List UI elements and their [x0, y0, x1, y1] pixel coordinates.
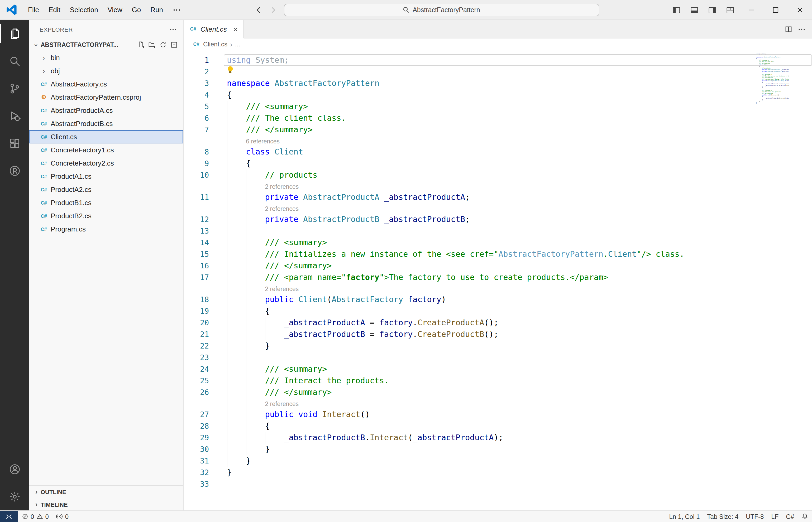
code-line-18[interactable]: 18public Client(AbstractFactory factory) — [183, 294, 812, 305]
remote-indicator[interactable] — [0, 511, 18, 522]
refresh-explorer-icon[interactable] — [159, 41, 167, 48]
toggle-secondary-sidebar-icon[interactable] — [703, 2, 721, 17]
tree-item-ProductA2.cs[interactable]: C#ProductA2.cs — [29, 183, 183, 196]
toggle-primary-sidebar-icon[interactable] — [668, 2, 685, 17]
activity-settings-icon[interactable] — [0, 483, 29, 510]
code-line-16[interactable]: 16/// </summary> — [183, 260, 812, 272]
codelens-row[interactable]: 2 references — [183, 181, 812, 192]
menu-file[interactable]: File — [23, 4, 44, 16]
eol[interactable]: LF — [768, 511, 782, 522]
code-line-22[interactable]: 22} — [183, 340, 812, 352]
tree-item-AbstractFactory.cs[interactable]: C#AbstractFactory.cs — [29, 78, 183, 91]
code-line-9[interactable]: 9{ — [183, 158, 812, 169]
menu-selection[interactable]: Selection — [65, 4, 103, 16]
menu-more-icon[interactable] — [168, 3, 186, 16]
tree-item-AbstractProductA.cs[interactable]: C#AbstractProductA.cs — [29, 104, 183, 117]
customize-layout-icon[interactable] — [721, 2, 739, 17]
code-line-19[interactable]: 19{ — [183, 305, 812, 317]
code-line-7[interactable]: 7/// </summary> — [183, 124, 812, 136]
code-line-3[interactable]: 3namespace AbstractFactoryPattern — [183, 78, 812, 89]
activity-r-profile-icon[interactable] — [0, 157, 29, 184]
code-line-2[interactable]: 2 — [183, 66, 812, 78]
toggle-panel-icon[interactable] — [685, 2, 703, 17]
codelens-row[interactable]: 6 references — [183, 136, 812, 146]
code-line-17[interactable]: 17/// <param name="factory">The factory … — [183, 272, 812, 283]
tree-item-ProductA1.cs[interactable]: C#ProductA1.cs — [29, 170, 183, 183]
code-line-24[interactable]: 24/// <summary> — [183, 363, 812, 375]
codelens-references[interactable]: 6 references — [246, 138, 279, 144]
code-line-33[interactable]: 33 — [183, 478, 812, 490]
language-mode[interactable]: C# — [782, 511, 798, 522]
split-editor-icon[interactable] — [785, 25, 792, 33]
code-line-25[interactable]: 25/// Interact the products. — [183, 375, 812, 386]
code-line-1[interactable]: 1using System; — [183, 54, 812, 66]
menu-go[interactable]: Go — [127, 4, 146, 16]
code-line-5[interactable]: 5/// <summary> — [183, 101, 812, 112]
problems-status[interactable]: 0 0 — [18, 511, 53, 522]
activity-source-control-icon[interactable] — [0, 75, 29, 102]
workspace-folder-header[interactable]: › ABSTRACTFACTORYPAT... — [29, 39, 183, 51]
code-line-13[interactable]: 13 — [183, 225, 812, 237]
minimize-button[interactable] — [739, 0, 763, 20]
tree-item-ConcreteFactory1.cs[interactable]: C#ConcreteFactory1.cs — [29, 143, 183, 157]
command-center[interactable]: AbstractFactoryPattern — [284, 3, 599, 16]
breadcrumb-file[interactable]: Client.cs — [203, 41, 227, 48]
codelens-row[interactable]: 2 references — [183, 203, 812, 214]
code-line-29[interactable]: 29_abstractProductB.Interact(_abstractPr… — [183, 432, 812, 443]
tree-item-AbstractProductB.cs[interactable]: C#AbstractProductB.cs — [29, 117, 183, 130]
code-line-27[interactable]: 27public void Interact() — [183, 409, 812, 420]
menu-run[interactable]: Run — [146, 4, 168, 16]
code-line-23[interactable]: 23 — [183, 352, 812, 363]
ports-status[interactable]: 0 — [53, 511, 72, 522]
code-line-11[interactable]: 11private AbstractProductA _abstractProd… — [183, 192, 812, 203]
tree-item-Program.cs[interactable]: C#Program.cs — [29, 222, 183, 236]
menu-view[interactable]: View — [103, 4, 127, 16]
code-line-12[interactable]: 12private AbstractProductB _abstractProd… — [183, 214, 812, 225]
tab-size[interactable]: Tab Size: 4 — [703, 511, 742, 522]
code-line-20[interactable]: 20_abstractProductA = factory.CreateProd… — [183, 317, 812, 328]
tree-item-AbstractFactoryPattern.csproj[interactable]: ⚙AbstractFactoryPattern.csproj — [29, 91, 183, 104]
lightbulb-icon[interactable] — [227, 65, 234, 77]
close-button[interactable] — [788, 0, 812, 20]
tree-item-ProductB2.cs[interactable]: C#ProductB2.cs — [29, 209, 183, 222]
codelens-row[interactable]: 2 references — [183, 283, 812, 294]
tree-item-ConcreteFactory2.cs[interactable]: C#ConcreteFactory2.cs — [29, 157, 183, 170]
explorer-more-icon[interactable] — [169, 25, 177, 33]
menu-edit[interactable]: Edit — [44, 4, 65, 16]
codelens-references[interactable]: 2 references — [265, 206, 298, 212]
tab-client-cs[interactable]: C# Client.cs × — [183, 20, 244, 39]
tree-item-bin[interactable]: ›bin — [29, 51, 183, 64]
editor-more-icon[interactable] — [798, 25, 806, 33]
outline-section[interactable]: › OUTLINE — [29, 485, 183, 498]
timeline-section[interactable]: › TIMELINE — [29, 498, 183, 510]
code-line-15[interactable]: 15/// Initializes a new instance of the … — [183, 248, 812, 260]
code-line-4[interactable]: 4{ — [183, 89, 812, 101]
activity-run-debug-icon[interactable] — [0, 102, 29, 130]
codelens-references[interactable]: 2 references — [265, 286, 298, 292]
code-line-26[interactable]: 26/// </summary> — [183, 386, 812, 398]
collapse-folders-icon[interactable] — [170, 41, 178, 48]
code-editor[interactable]: 1using System;23namespace AbstractFactor… — [183, 50, 812, 510]
code-line-8[interactable]: 8class Client — [183, 146, 812, 158]
encoding[interactable]: UTF-8 — [742, 511, 768, 522]
code-line-30[interactable]: 30} — [183, 443, 812, 455]
code-line-14[interactable]: 14/// <summary> — [183, 237, 812, 248]
breadcrumb-more[interactable]: ... — [235, 41, 240, 48]
activity-explorer-icon[interactable] — [0, 20, 29, 47]
code-line-10[interactable]: 10// products — [183, 169, 812, 181]
code-line-28[interactable]: 28{ — [183, 420, 812, 432]
code-line-21[interactable]: 21_abstractProductB = factory.CreateProd… — [183, 328, 812, 340]
activity-search-icon[interactable] — [0, 47, 29, 75]
codelens-references[interactable]: 2 references — [265, 183, 298, 190]
cursor-position[interactable]: Ln 1, Col 1 — [665, 511, 703, 522]
activity-account-icon[interactable] — [0, 456, 29, 483]
notifications-bell-icon[interactable] — [798, 511, 812, 522]
activity-extensions-icon[interactable] — [0, 130, 29, 157]
tree-item-Client.cs[interactable]: C#Client.cs — [29, 130, 183, 143]
new-folder-icon[interactable] — [148, 41, 156, 48]
tree-item-ProductB1.cs[interactable]: C#ProductB1.cs — [29, 196, 183, 209]
forward-icon[interactable] — [269, 5, 277, 14]
maximize-button[interactable] — [763, 0, 788, 20]
codelens-row[interactable]: 2 references — [183, 398, 812, 409]
code-line-31[interactable]: 31} — [183, 455, 812, 467]
